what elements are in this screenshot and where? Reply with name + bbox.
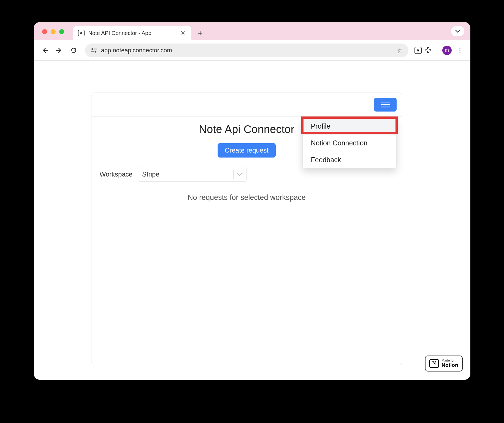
toolbar-divider: [437, 45, 437, 55]
url-text: app.noteapiconnector.com: [101, 47, 393, 54]
bookmark-star-icon[interactable]: ☆: [397, 47, 403, 54]
badge-text: Made for Notion: [441, 359, 458, 368]
menu-item-feedback[interactable]: Feedback: [303, 151, 396, 168]
page-content: Note Api Connector Create request Worksp…: [34, 61, 470, 380]
browser-menu-button[interactable]: ⋮: [455, 47, 465, 54]
tab-favicon-icon: A: [78, 30, 85, 36]
empty-state-message: No requests for selected workspace: [100, 193, 394, 202]
workspace-row: Workspace Stripe: [100, 167, 394, 182]
reload-icon: [70, 47, 77, 54]
profile-avatar[interactable]: m: [442, 46, 452, 55]
hamburger-icon: [381, 102, 390, 102]
create-request-button[interactable]: Create request: [218, 143, 276, 158]
badge-big-text: Notion: [441, 362, 458, 368]
menu-toggle-button[interactable]: [374, 98, 397, 112]
browser-window: A Note API Connector - App ✕ ＋ app.notea…: [34, 22, 470, 380]
card-header: [91, 93, 402, 116]
browser-tab[interactable]: A Note API Connector - App ✕: [73, 26, 191, 40]
tab-title: Note API Connector - App: [88, 30, 175, 36]
new-tab-button[interactable]: ＋: [195, 28, 206, 39]
back-button[interactable]: [39, 45, 50, 56]
select-separator: [233, 170, 234, 179]
extension-a-icon[interactable]: A: [414, 47, 422, 54]
workspace-select[interactable]: Stripe: [138, 167, 246, 182]
address-bar[interactable]: app.noteapiconnector.com ☆: [85, 44, 408, 57]
workspace-label: Workspace: [100, 170, 133, 178]
made-for-notion-badge[interactable]: N Made for Notion: [425, 356, 462, 372]
menu-item-notion-connection[interactable]: Notion Connection: [303, 135, 396, 151]
close-tab-button[interactable]: ✕: [179, 29, 186, 37]
tab-bar: A Note API Connector - App ✕ ＋: [34, 22, 470, 40]
svg-point-0: [91, 48, 93, 50]
svg-point-2: [95, 51, 96, 53]
tab-overflow-button[interactable]: [451, 26, 464, 36]
chevron-down-icon: [237, 172, 242, 176]
avatar-letter: m: [445, 47, 449, 53]
chevron-down-icon: [455, 29, 460, 33]
reload-button[interactable]: [68, 45, 79, 56]
arrow-left-icon: [42, 47, 48, 54]
extensions-puzzle-icon[interactable]: [425, 47, 432, 54]
site-settings-icon[interactable]: [91, 48, 97, 53]
minimize-window-button[interactable]: [51, 29, 56, 34]
window-controls: [42, 29, 64, 34]
arrow-right-icon: [56, 47, 63, 54]
workspace-selected-value: Stripe: [142, 170, 230, 178]
menu-dropdown: Profile Notion Connection Feedback: [302, 118, 397, 169]
app-card: Note Api Connector Create request Worksp…: [91, 93, 402, 365]
forward-button[interactable]: [54, 45, 65, 56]
browser-toolbar: app.noteapiconnector.com ☆ A m ⋮: [34, 40, 470, 61]
menu-item-profile[interactable]: Profile: [303, 118, 396, 135]
maximize-window-button[interactable]: [59, 29, 64, 34]
close-window-button[interactable]: [42, 29, 47, 34]
notion-logo-icon: N: [429, 359, 439, 368]
